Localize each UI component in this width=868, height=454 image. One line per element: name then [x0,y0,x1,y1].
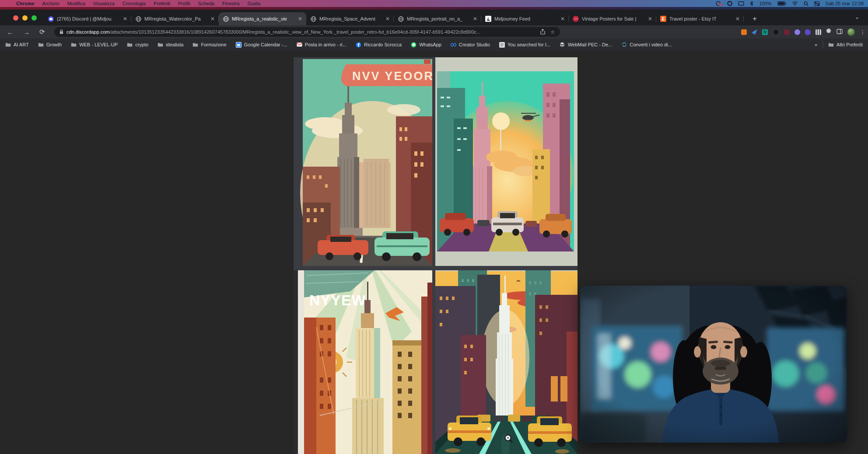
reload-button[interactable]: ⟳ [39,28,45,36]
menubar-clock[interactable]: Sab 25 mar 12:08 [826,1,864,6]
address-bar[interactable]: cdn.discordapp.com /attachments/10135123… [54,27,560,37]
ext-red-key-icon[interactable] [784,29,790,35]
window-minimize-button[interactable] [22,15,28,21]
tab-close-icon[interactable]: ✕ [735,16,740,22]
back-button[interactable]: ← [7,28,14,36]
wifi-icon[interactable] [792,1,798,6]
bookmark-you-searched[interactable]: You searched for I... [499,42,550,48]
record-circle-icon[interactable] [727,1,732,6]
menu-item-scheda[interactable]: Scheda [194,0,218,7]
bookmark-star-icon[interactable]: ☆ [550,29,555,35]
tab-title: MRregista_Watercolor_Pa [144,16,207,21]
tab-title: MRregista_a_realistic_vie [232,16,295,21]
bookmark-other-favorites[interactable]: Altri Preferiti [828,42,863,48]
midjourney-image-grid[interactable]: NVV YEOORE [294,57,578,454]
folder-icon [127,42,133,48]
ext-purple-circle-icon[interactable] [794,29,800,35]
tab-close-icon[interactable]: ✕ [648,16,652,22]
menu-item-modifica[interactable]: Modifica [63,0,89,7]
forward-button[interactable]: → [23,28,30,36]
share-icon[interactable] [540,29,545,35]
tab-realistic-view-active[interactable]: MRregista_a_realistic_vie ✕ [219,12,306,25]
folder-icon [5,42,11,48]
tab-space-adventure[interactable]: MRregista_Space_Advent ✕ [306,12,394,25]
bookmark-creator-studio[interactable]: Creator Studio [451,42,490,48]
ext-black-circle-icon[interactable] [773,29,779,35]
ext-orange-fox-icon[interactable] [741,29,747,35]
battery-percent-label: 100% [759,1,771,6]
bookmark-converti-video[interactable]: Converti i video di... [621,42,672,48]
menu-item-finestra[interactable]: Finestra [218,0,244,7]
globe-favicon [135,16,141,22]
ext-grid-icon[interactable] [816,29,821,35]
zoom-cursor [504,434,514,444]
bookmark-web-level-up[interactable]: WEB - LEVEL-UP [71,42,118,48]
webcam-overlay [580,286,847,443]
bookmark-ai-art[interactable]: AI ART [5,42,29,48]
url-path: /attachments/1013512335442333816/1089142… [109,29,537,35]
svg-text:31: 31 [237,44,240,46]
globe-favicon [223,16,229,22]
tab-discord[interactable]: (2765) Discord | @Midjou ✕ [44,12,131,25]
bookmark-facebook-profile[interactable]: Riccardo Scrocca [356,42,402,48]
ext-teal-n-icon[interactable]: N [762,29,768,35]
tab-close-icon[interactable]: ✕ [123,16,127,22]
tab-close-icon[interactable]: ✕ [385,16,390,22]
control-center-icon[interactable] [814,1,820,6]
poster-top-left-art: NVV YEOORE [294,57,432,266]
bookmark-idealista[interactable]: idealista [158,42,183,48]
tab-portrait[interactable]: MRregista_portrait_on_a_ ✕ [394,12,481,25]
window-zoom-button[interactable] [32,15,37,21]
bookmark-webmail-pec[interactable]: WebMail PEC - De... [560,42,612,48]
side-panel-icon[interactable] [836,28,843,36]
bookmark-google-calendar[interactable]: 31 Google Calendar -... [236,42,287,48]
bluetooth-icon[interactable] [750,1,753,6]
tab-midjourney-feed[interactable]: Midjourney Feed ✕ [481,12,569,25]
converter-icon [621,42,627,48]
menu-item-chrome[interactable]: Chrome [12,0,38,7]
poster-top-left[interactable]: NVV YEOORE [294,57,432,266]
new-tab-button[interactable]: + [749,13,760,24]
bookmark-gmail-inbox[interactable]: Posta in arrivo - ri... [297,42,346,48]
profile-avatar[interactable] [847,28,855,36]
tab-close-icon[interactable]: ✕ [560,16,565,22]
tab-close-icon[interactable]: ✕ [210,16,215,22]
menu-item-visualizza[interactable]: Visualizza [89,0,119,7]
tab-watercolor[interactable]: MRregista_Watercolor_Pa ✕ [131,12,219,25]
lock-icon [60,29,63,35]
extensions-puzzle-icon[interactable] [826,28,832,36]
ext-purple-blob-icon[interactable] [805,29,811,35]
menu-item-profili[interactable]: Profili [174,0,194,7]
tab-etsy[interactable]: E Travel poster - Etsy IT ✕ [656,12,744,25]
menu-item-preferiti[interactable]: Preferiti [150,0,174,7]
gmail-icon [297,42,302,48]
bookmark-crypto[interactable]: crypto [127,42,148,48]
tab-search-chevron-icon[interactable]: ⌄ [855,14,859,20]
tab-close-icon[interactable]: ✕ [298,16,302,22]
menu-item-archivio[interactable]: Archivio [38,0,63,7]
battery-icon[interactable] [777,1,786,6]
tab-vintage-posters[interactable]: Vintage Posters for Sale | ✕ [569,12,656,25]
tab-title: Vintage Posters for Sale | [582,16,645,21]
bookmarks-overflow-chevron[interactable]: » [815,42,817,47]
bookmark-whatsapp[interactable]: WhatsApp [411,42,441,48]
bookmark-label: AI ART [14,42,29,47]
chrome-menu-icon[interactable]: ⋮ [860,29,865,35]
spotlight-search-icon[interactable] [804,1,808,6]
bookmark-label: WEB - LEVEL-UP [79,42,118,47]
poster-bottom-right[interactable] [435,270,578,454]
url-domain: cdn.discordapp.com [66,29,109,35]
display-icon[interactable] [738,1,744,6]
poster-top-right[interactable] [435,57,578,266]
window-close-button[interactable] [13,15,18,21]
menu-item-guida[interactable]: Guida [244,0,264,7]
tab-title: (2765) Discord | @Midjou [57,16,120,21]
menu-item-cronologia[interactable]: Cronologia [119,0,150,7]
poster-bottom-left[interactable]: NYYEW [294,270,432,454]
bookmark-growth[interactable]: Growth [38,42,62,48]
folder-icon [38,42,44,48]
tab-close-icon[interactable]: ✕ [473,16,477,22]
ext-blue-feather-icon[interactable] [752,29,757,35]
screen-recording-icon[interactable] [716,1,721,6]
bookmark-formazione[interactable]: Formazione [192,42,226,48]
